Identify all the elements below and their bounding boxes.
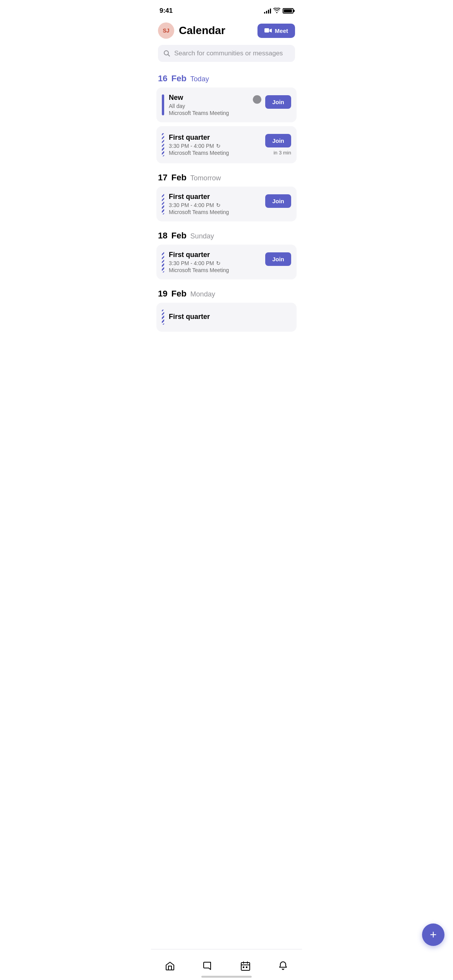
event-content-fq17: First quarter 3:30 PM - 4:00 PM ↻ Micros… <box>169 193 265 215</box>
date-number-feb18: 18 <box>158 231 167 241</box>
event-actions-fq16: Join in 3 min <box>265 132 291 157</box>
event-type-fq17: Microsoft Teams Meeting <box>169 209 265 215</box>
event-time-fq17: 3:30 PM - 4:00 PM ↻ <box>169 202 265 208</box>
date-header-feb19: 19 Feb Monday <box>151 283 302 303</box>
join-button-fq18[interactable]: Join <box>265 252 291 266</box>
main-content: 16 Feb Today New All day Microsoft Teams… <box>151 68 302 370</box>
date-header-feb18: 18 Feb Sunday <box>151 225 302 245</box>
events-feb17: First quarter 3:30 PM - 4:00 PM ↻ Micros… <box>151 187 302 221</box>
event-accent-fq17 <box>162 194 164 214</box>
date-number-feb19: 19 <box>158 289 167 299</box>
event-type-fq16: Microsoft Teams Meeting <box>169 150 265 156</box>
date-month-feb18: Feb <box>171 231 186 241</box>
wifi-icon <box>273 8 280 14</box>
event-title-fq18: First quarter <box>169 251 265 259</box>
search-container: Search for communities or messages <box>151 43 302 68</box>
event-card-first-quarter-19[interactable]: First quarter Join <box>156 303 297 332</box>
recurring-icon-fq18: ↻ <box>216 260 221 266</box>
search-icon <box>163 50 170 57</box>
date-label-feb16: Today <box>190 75 209 83</box>
event-dot-new <box>253 95 261 104</box>
battery-icon <box>283 8 293 14</box>
event-time-fq16: 3:30 PM - 4:00 PM ↻ <box>169 143 265 149</box>
event-card-new[interactable]: New All day Microsoft Teams Meeting Join <box>156 87 297 122</box>
date-number-feb16: 16 <box>158 74 167 84</box>
event-accent-new <box>162 94 164 115</box>
events-feb18: First quarter 3:30 PM - 4:00 PM ↻ Micros… <box>151 245 302 279</box>
event-actions-fq19: Join <box>265 309 291 326</box>
event-type-new: Microsoft Teams Meeting <box>169 110 253 116</box>
header: SJ Calendar Meet <box>151 19 302 43</box>
date-header-feb16: 16 Feb Today <box>151 68 302 87</box>
join-button-fq17[interactable]: Join <box>265 194 291 208</box>
meet-button-label: Meet <box>275 27 288 34</box>
svg-rect-0 <box>264 28 269 33</box>
page-title: Calendar <box>179 24 225 37</box>
events-feb16: New All day Microsoft Teams Meeting Join… <box>151 87 302 163</box>
search-placeholder: Search for communities or messages <box>174 50 283 57</box>
date-number-feb17: 17 <box>158 173 167 183</box>
search-bar[interactable]: Search for communities or messages <box>158 45 295 62</box>
event-card-first-quarter-17[interactable]: First quarter 3:30 PM - 4:00 PM ↻ Micros… <box>156 187 297 221</box>
events-feb19: First quarter Join <box>151 303 302 332</box>
event-accent-fq18 <box>162 252 164 272</box>
event-card-first-quarter-16[interactable]: First quarter 3:30 PM - 4:00 PM ↻ Micros… <box>156 126 297 163</box>
event-accent-fq19 <box>162 310 164 325</box>
event-title-fq19: First quarter <box>169 313 265 321</box>
date-label-feb18: Sunday <box>190 232 214 240</box>
event-content-fq16: First quarter 3:30 PM - 4:00 PM ↻ Micros… <box>169 132 265 157</box>
join-button-fq16[interactable]: Join <box>265 134 291 147</box>
date-label-feb19: Monday <box>190 290 215 298</box>
status-icons <box>264 8 293 14</box>
event-card-first-quarter-18[interactable]: First quarter 3:30 PM - 4:00 PM ↻ Micros… <box>156 245 297 279</box>
date-month-feb19: Feb <box>171 289 186 299</box>
signal-icon <box>264 8 271 14</box>
event-accent-fq16 <box>162 133 164 156</box>
status-bar: 9:41 <box>151 0 302 19</box>
event-status-fq16: in 3 min <box>273 150 291 156</box>
recurring-icon-fq17: ↻ <box>216 202 221 208</box>
event-time-new: All day <box>169 103 253 109</box>
event-title-fq16: First quarter <box>169 134 265 142</box>
event-title-fq17: First quarter <box>169 193 265 201</box>
event-actions-fq18: Join <box>265 251 291 273</box>
event-content-fq19: First quarter <box>169 309 265 326</box>
status-time: 9:41 <box>160 7 173 15</box>
join-button-new[interactable]: Join <box>265 95 291 109</box>
date-label-feb17: Tomorrow <box>190 174 221 182</box>
event-actions-fq17: Join <box>265 193 291 215</box>
date-header-feb17: 17 Feb Tomorrow <box>151 167 302 187</box>
date-month-feb16: Feb <box>171 74 186 84</box>
event-time-fq18: 3:30 PM - 4:00 PM ↻ <box>169 260 265 266</box>
meet-button[interactable]: Meet <box>257 24 295 38</box>
camera-icon <box>264 28 272 33</box>
event-content-fq18: First quarter 3:30 PM - 4:00 PM ↻ Micros… <box>169 251 265 273</box>
header-left: SJ Calendar <box>158 22 225 39</box>
event-actions-new: Join <box>265 94 291 116</box>
event-title-new: New <box>169 94 253 102</box>
recurring-icon-fq16: ↻ <box>216 143 221 149</box>
event-type-fq18: Microsoft Teams Meeting <box>169 267 265 273</box>
event-content-new: New All day Microsoft Teams Meeting <box>169 94 253 116</box>
avatar[interactable]: SJ <box>158 22 174 39</box>
date-month-feb17: Feb <box>171 173 186 183</box>
